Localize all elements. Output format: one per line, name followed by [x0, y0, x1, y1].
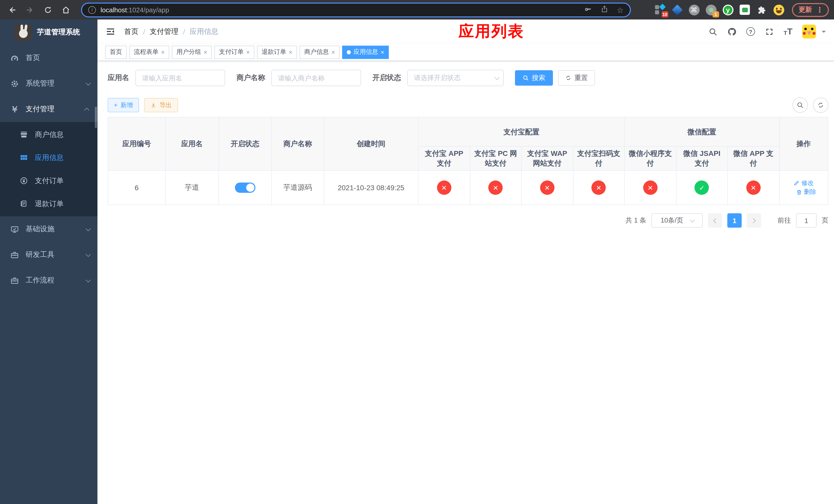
tag-refund-order[interactable]: 退款订单×	[257, 45, 297, 59]
tag-app-info[interactable]: 应用信息×	[342, 45, 389, 59]
close-icon[interactable]: ×	[161, 49, 164, 55]
dashboard-icon	[10, 53, 19, 62]
breadcrumb-payment[interactable]: 支付管理	[150, 27, 178, 36]
breadcrumb-separator: /	[183, 27, 185, 36]
sidebar-scrollbar[interactable]	[95, 107, 97, 128]
export-button[interactable]: 导出	[144, 98, 178, 112]
extension-kite-icon[interactable]	[672, 4, 683, 15]
cell-alipay-pc: ✕	[470, 170, 521, 205]
status-cross-icon: ✕	[488, 181, 503, 195]
yen-icon: ￥	[10, 105, 19, 114]
col-wechat-jsapi: 微信 JSAPI 支付	[676, 146, 728, 170]
current-page[interactable]: 1	[727, 213, 742, 228]
cell-app-name: 芋道	[166, 170, 219, 205]
page-size-select[interactable]: 10条/页	[652, 213, 703, 228]
cell-wechat-app: ✕	[728, 170, 779, 205]
plus-icon: +	[114, 101, 117, 109]
user-avatar[interactable]	[802, 25, 816, 39]
goto-page-input[interactable]	[796, 213, 816, 228]
tag-pay-order[interactable]: 支付订单×	[214, 45, 255, 59]
sidebar-item-label: 研发工具	[26, 250, 54, 259]
toggle-search-button[interactable]	[792, 97, 808, 113]
pay-order-icon	[20, 176, 28, 185]
sidebar-item-dev-tools[interactable]: 研发工具	[0, 242, 97, 268]
app-name-input[interactable]	[135, 70, 225, 86]
sidebar-item-label: 支付管理	[26, 105, 54, 114]
url-bar[interactable]: i localhost:1024/pay/app ☆	[81, 2, 631, 17]
prev-page-button[interactable]	[708, 213, 722, 228]
cell-alipay-qr: ✕	[573, 170, 624, 205]
search-form: 应用名 商户名称 开启状态 请选择开启状态 搜索	[108, 70, 828, 86]
edit-link[interactable]: 修改	[794, 179, 814, 187]
refresh-table-button[interactable]	[813, 97, 828, 113]
avatar-caret-icon[interactable]	[822, 30, 826, 35]
sidebar-item-refund-order[interactable]: 退款订单	[0, 192, 97, 215]
collapse-sidebar-icon[interactable]	[106, 27, 115, 37]
tag-process-form[interactable]: 流程表单×	[129, 45, 169, 59]
close-icon[interactable]: ×	[204, 49, 207, 55]
edit-pen-icon	[794, 180, 800, 186]
col-created: 创建时间	[324, 117, 418, 170]
sidebar-item-home[interactable]: 首页	[0, 45, 97, 71]
extensions-puzzle-icon[interactable]	[756, 4, 767, 15]
col-app-name: 应用名	[166, 117, 219, 170]
help-icon[interactable]: ?	[746, 27, 755, 36]
group-wechat-config: 微信配置	[624, 117, 779, 146]
reload-icon[interactable]	[41, 3, 54, 17]
fullscreen-icon[interactable]	[765, 27, 774, 36]
tag-merchant-info[interactable]: 商户信息×	[300, 45, 339, 59]
cell-wechat-mini: ✕	[624, 170, 676, 205]
delete-link[interactable]: 删除	[796, 188, 816, 197]
profile-avatar[interactable]	[773, 4, 784, 15]
add-button[interactable]: + 新增	[108, 98, 139, 112]
sidebar-item-merchant-info[interactable]: 商户信息	[0, 123, 97, 146]
reset-button[interactable]: 重置	[558, 70, 595, 86]
extension-y-icon[interactable]: y	[722, 4, 733, 15]
tag-home[interactable]: 首页	[105, 45, 127, 59]
search-button[interactable]: 搜索	[515, 70, 553, 86]
password-key-icon[interactable]	[584, 5, 592, 15]
site-info-icon[interactable]: i	[88, 6, 96, 14]
home-icon[interactable]	[59, 3, 72, 17]
back-icon[interactable]	[5, 3, 19, 17]
extension-status-icon[interactable]: 1	[705, 4, 717, 15]
sidebar-item-system[interactable]: 系统管理	[0, 71, 97, 96]
sidebar-item-pay-order[interactable]: 支付订单	[0, 169, 97, 192]
tag-user-group[interactable]: 用户分组×	[172, 45, 212, 59]
close-icon[interactable]: ×	[380, 49, 384, 55]
extension-command-icon[interactable]: ⌘	[688, 4, 700, 15]
next-page-button[interactable]	[747, 213, 761, 228]
close-icon[interactable]: ×	[289, 49, 292, 55]
sidebar-item-infrastructure[interactable]: 基础设施	[0, 216, 97, 242]
extension-blocks-icon[interactable]: 10	[655, 4, 666, 15]
chevron-down-icon	[690, 217, 695, 222]
cell-alipay-app: ✕	[418, 170, 470, 205]
sidebar-item-app-info[interactable]: 应用信息	[0, 146, 97, 169]
browser-menu-icon[interactable]: ⋮	[816, 6, 823, 14]
url-text[interactable]: localhost:1024/pay/app	[101, 6, 579, 14]
page-banner: 应用列表	[459, 21, 524, 42]
app-table: 应用编号 应用名 开启状态 商户名称 创建时间 支付宝配置 微信配置 操作 支付…	[108, 117, 828, 205]
breadcrumb-home[interactable]: 首页	[124, 27, 138, 36]
merchant-name-input[interactable]	[271, 70, 361, 86]
browser-update-button[interactable]: 更新 ⋮	[792, 3, 829, 17]
sidebar-item-payment[interactable]: ￥ 支付管理	[0, 96, 97, 122]
status-select[interactable]: 请选择开启状态	[407, 70, 504, 86]
sidebar-item-workflow[interactable]: 工作流程	[0, 268, 97, 293]
github-icon[interactable]	[727, 27, 737, 36]
group-alipay-config: 支付宝配置	[418, 117, 624, 146]
pagination: 共 1 条 10条/页 1 前往 页	[108, 213, 828, 228]
font-size-icon[interactable]: TT	[784, 27, 792, 36]
search-icon[interactable]	[708, 27, 718, 36]
share-icon[interactable]	[600, 5, 608, 15]
close-icon[interactable]: ×	[246, 49, 250, 55]
status-toggle[interactable]	[235, 183, 256, 193]
bookmark-star-icon[interactable]: ☆	[617, 6, 624, 14]
extension-chat-icon[interactable]	[739, 4, 750, 15]
monitor-icon	[10, 225, 19, 233]
sidebar-item-label: 系统管理	[26, 79, 54, 88]
close-icon[interactable]: ×	[331, 49, 335, 55]
sidebar-logo-row[interactable]: 芋道管理系统	[0, 20, 97, 45]
extension-badge: 10	[661, 11, 668, 18]
extension-badge: 1	[712, 11, 719, 18]
